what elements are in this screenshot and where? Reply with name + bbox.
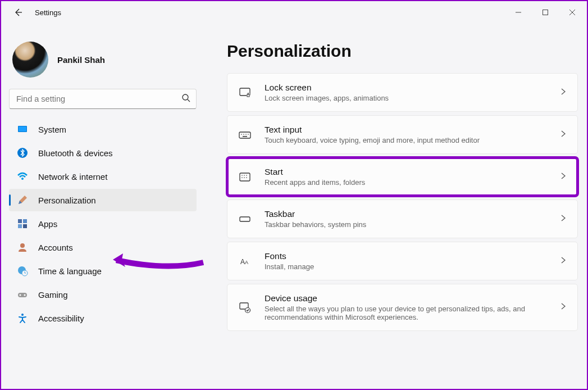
minimize-button[interactable] [508, 4, 528, 21]
device-usage-icon [238, 300, 252, 315]
svg-point-30 [244, 175, 245, 176]
svg-rect-27 [243, 136, 247, 137]
sidebar-item-bluetooth[interactable]: Bluetooth & devices [9, 142, 197, 164]
sidebar-item-personalization[interactable]: Personalization [9, 189, 197, 211]
card-start[interactable]: Start Recent apps and items, folders [227, 157, 578, 196]
svg-text:A: A [240, 258, 245, 266]
svg-rect-9 [23, 219, 27, 223]
accessibility-icon [17, 312, 28, 324]
sidebar-item-gaming[interactable]: Gaming [9, 283, 197, 306]
card-device-usage[interactable]: Device usage Select all the ways you pla… [227, 284, 578, 331]
back-button[interactable] [12, 7, 24, 18]
chevron-right-icon [559, 130, 567, 140]
card-text-input[interactable]: Text input Touch keyboard, voice typing,… [227, 115, 578, 154]
card-fonts[interactable]: AA Fonts Install, manage [227, 242, 578, 280]
chevron-right-icon [559, 88, 567, 98]
card-taskbar[interactable]: Taskbar Taskbar behaviors, system pins [227, 199, 578, 238]
profile-section[interactable]: Pankil Shah [9, 37, 199, 89]
svg-text:A: A [245, 260, 248, 265]
svg-point-18 [21, 314, 24, 316]
card-lock-screen[interactable]: Lock screen Lock screen images, apps, an… [227, 73, 578, 112]
gamepad-icon [17, 289, 28, 300]
sidebar-item-system[interactable]: System [9, 118, 197, 140]
chevron-right-icon [559, 172, 567, 182]
search-icon [181, 93, 190, 105]
svg-rect-5 [19, 126, 26, 131]
svg-rect-10 [18, 224, 22, 228]
card-subtitle: Taskbar behaviors, system pins [265, 220, 547, 229]
bluetooth-icon [17, 147, 28, 158]
lock-screen-icon [238, 85, 252, 100]
svg-point-29 [241, 175, 243, 176]
sidebar-item-network[interactable]: Network & internet [9, 165, 197, 188]
apps-icon [17, 218, 28, 229]
chevron-right-icon [559, 256, 567, 266]
card-title: Fonts [265, 251, 547, 261]
sidebar-item-label: Time & language [38, 266, 102, 276]
paintbrush-icon [17, 194, 28, 206]
sidebar-item-time[interactable]: Time & language [9, 260, 197, 282]
page-title: Personalization [227, 42, 578, 61]
card-subtitle: Lock screen images, apps, animations [265, 94, 547, 102]
svg-point-31 [246, 175, 247, 176]
svg-point-2 [183, 94, 188, 100]
svg-point-17 [24, 294, 26, 296]
svg-point-23 [241, 134, 242, 135]
avatar [12, 42, 48, 78]
svg-point-26 [248, 134, 249, 135]
sidebar-item-label: Apps [38, 219, 57, 229]
svg-point-24 [243, 134, 244, 135]
svg-rect-11 [23, 224, 27, 228]
system-icon [17, 124, 28, 135]
sidebar-item-label: Bluetooth & devices [38, 148, 113, 158]
sidebar-item-label: Personalization [38, 196, 96, 205]
svg-rect-35 [240, 217, 250, 221]
keyboard-icon [238, 128, 252, 142]
sidebar-item-apps[interactable]: Apps [9, 212, 197, 235]
svg-point-25 [245, 134, 247, 135]
svg-rect-8 [18, 219, 22, 223]
card-title: Taskbar [265, 209, 547, 219]
chevron-right-icon [559, 214, 567, 224]
profile-name: Pankil Shah [57, 55, 105, 65]
sidebar-item-label: System [38, 125, 66, 134]
start-icon [238, 170, 252, 184]
card-subtitle: Recent apps and items, folders [265, 178, 547, 187]
svg-point-12 [20, 243, 25, 248]
svg-rect-1 [543, 10, 548, 15]
svg-rect-28 [240, 173, 250, 181]
card-subtitle: Install, manage [265, 262, 547, 271]
fonts-icon: AA [238, 254, 252, 269]
nav-list: System Bluetooth & devices Network & int… [9, 118, 199, 329]
card-title: Lock screen [265, 83, 547, 93]
svg-point-33 [244, 177, 245, 178]
wifi-icon [17, 171, 28, 182]
close-button[interactable] [562, 4, 582, 21]
titlebar: Settings [1, 1, 587, 24]
sidebar-item-accessibility[interactable]: Accessibility [9, 307, 197, 329]
sidebar-item-accounts[interactable]: Accounts [9, 236, 197, 259]
sidebar: Pankil Shah System Bluetooth & devices [1, 24, 204, 389]
card-title: Device usage [265, 293, 547, 303]
sidebar-item-label: Accessibility [38, 314, 84, 323]
svg-rect-22 [239, 132, 250, 138]
search-input-wrap[interactable] [9, 89, 197, 109]
svg-rect-15 [18, 293, 27, 297]
search-input[interactable] [16, 94, 181, 103]
svg-line-3 [188, 99, 190, 102]
svg-point-16 [20, 294, 21, 296]
sidebar-item-label: Gaming [38, 290, 68, 300]
svg-point-34 [246, 177, 247, 178]
main-content: Personalization Lock screen Lock screen … [204, 24, 587, 389]
svg-point-7 [21, 178, 24, 180]
card-title: Start [265, 167, 547, 177]
card-subtitle: Select all the ways you plan to use your… [265, 305, 547, 321]
person-icon [17, 242, 28, 253]
card-subtitle: Touch keyboard, voice typing, emoji and … [265, 136, 547, 144]
taskbar-icon [238, 212, 252, 226]
chevron-right-icon [559, 302, 567, 312]
card-title: Text input [265, 125, 547, 135]
maximize-button[interactable] [535, 4, 555, 21]
svg-point-32 [241, 177, 243, 178]
app-title: Settings [35, 8, 61, 17]
